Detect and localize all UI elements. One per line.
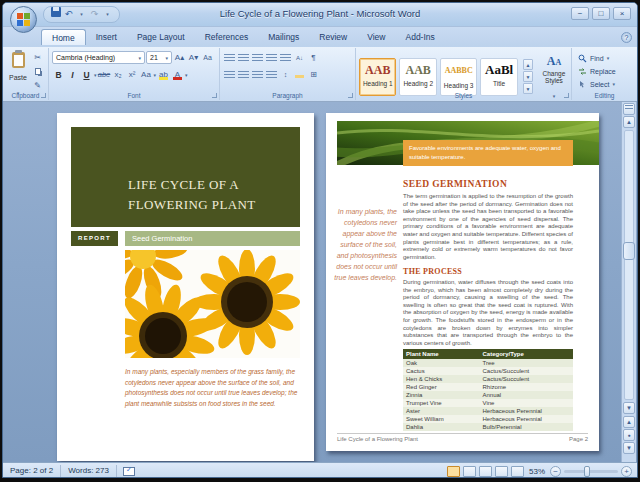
- cut-button[interactable]: ✂: [31, 51, 44, 64]
- save-button[interactable]: [50, 7, 61, 22]
- font-size-combo[interactable]: 21 ▾: [146, 51, 172, 64]
- office-button[interactable]: [10, 6, 37, 33]
- multilevel-list-button[interactable]: [251, 51, 264, 64]
- draft-view-button[interactable]: [511, 466, 524, 477]
- page-indicator[interactable]: Page: 2 of 2: [3, 465, 61, 477]
- strikethrough-button[interactable]: abe: [98, 68, 111, 81]
- web-layout-view-button[interactable]: [479, 466, 492, 477]
- tab-add-ins[interactable]: Add-Ins: [396, 29, 445, 45]
- shading-button[interactable]: [293, 68, 306, 81]
- paste-button[interactable]: Paste ▾: [6, 51, 30, 93]
- page-2[interactable]: Favorable environments are adequate wate…: [326, 113, 599, 451]
- next-page-button[interactable]: ▼: [623, 442, 635, 454]
- styles-scroll-down-button[interactable]: ▼: [523, 71, 533, 82]
- undo-dropdown-arrow[interactable]: ▾: [76, 7, 87, 22]
- zoom-out-button[interactable]: −: [550, 466, 561, 477]
- document-title: LIFE CYCLE OF A FLOWERING PLANT: [128, 175, 290, 215]
- redo-button[interactable]: ↷: [89, 7, 100, 22]
- word-count[interactable]: Words: 273: [61, 465, 117, 477]
- styles-scroll-up-button[interactable]: ▲: [523, 59, 533, 70]
- decrease-indent-button[interactable]: [265, 51, 278, 64]
- style-heading-2-preview: AAB: [400, 62, 435, 78]
- zoom-level[interactable]: 53%: [527, 467, 547, 476]
- line-spacing-button[interactable]: ↕: [279, 68, 292, 81]
- justify-button[interactable]: [265, 68, 278, 81]
- font-color-button[interactable]: A: [171, 68, 184, 81]
- font-name-combo[interactable]: Cambria (Heading) ▾: [52, 51, 145, 64]
- scroll-up-button[interactable]: ▲: [623, 116, 635, 128]
- bold-button[interactable]: B: [52, 68, 65, 81]
- italic-button[interactable]: I: [66, 68, 79, 81]
- sort-button[interactable]: A↓: [293, 51, 306, 64]
- increase-indent-button[interactable]: [279, 51, 292, 64]
- proofing-status-icon[interactable]: [123, 467, 135, 476]
- font-size-dropdown-arrow[interactable]: ▾: [165, 55, 168, 61]
- change-case-button[interactable]: Aa: [140, 68, 153, 81]
- style-heading-1[interactable]: AAB Heading 1: [359, 58, 396, 96]
- select-button[interactable]: Select ▾: [578, 78, 616, 90]
- find-button[interactable]: Find ▾: [578, 52, 616, 64]
- zoom-slider[interactable]: [564, 470, 618, 473]
- numbering-button[interactable]: [237, 51, 250, 64]
- style-heading-2[interactable]: AAB Heading 2: [399, 58, 436, 96]
- zoom-in-button[interactable]: +: [621, 466, 632, 477]
- tab-view[interactable]: View: [357, 29, 395, 45]
- style-title[interactable]: AaBl Title: [480, 58, 517, 96]
- outline-view-button[interactable]: [495, 466, 508, 477]
- subscript-button[interactable]: x₂: [112, 68, 125, 81]
- tab-home[interactable]: Home: [41, 29, 86, 45]
- replace-button[interactable]: Replace: [578, 65, 616, 77]
- ribbon-tab-row: Home Insert Page Layout References Maili…: [3, 27, 637, 47]
- styles-dialog-launcher[interactable]: [564, 93, 569, 98]
- format-painter-button[interactable]: ✎: [31, 79, 44, 92]
- change-case-dropdown-arrow[interactable]: ▾: [154, 72, 157, 78]
- close-button[interactable]: ×: [613, 7, 631, 20]
- align-left-button[interactable]: [223, 68, 236, 81]
- scrollbar-thumb[interactable]: [623, 242, 635, 260]
- change-styles-icon: AA: [547, 54, 561, 68]
- borders-button[interactable]: ⊞: [307, 68, 320, 81]
- grow-font-button[interactable]: A▴: [173, 51, 186, 64]
- undo-button[interactable]: ↶: [63, 7, 74, 22]
- tab-page-layout[interactable]: Page Layout: [127, 29, 195, 45]
- align-center-button[interactable]: [237, 68, 250, 81]
- ruler-toggle-button[interactable]: [623, 103, 635, 115]
- copy-button[interactable]: [31, 65, 44, 78]
- tab-references[interactable]: References: [195, 29, 258, 45]
- help-icon[interactable]: ?: [621, 32, 632, 43]
- underline-dropdown-arrow[interactable]: ▾: [94, 72, 97, 78]
- align-right-button[interactable]: [251, 68, 264, 81]
- paragraph-dialog-launcher[interactable]: [348, 93, 353, 98]
- font-dialog-launcher[interactable]: [212, 93, 217, 98]
- underline-button[interactable]: U: [80, 68, 93, 81]
- qat-customize-button[interactable]: ▾: [102, 7, 113, 22]
- highlight-button[interactable]: ab: [157, 68, 170, 81]
- browse-object-button[interactable]: ●: [623, 429, 635, 441]
- clipboard-dialog-launcher[interactable]: [41, 93, 46, 98]
- full-screen-reading-view-button[interactable]: [463, 466, 476, 477]
- zoom-slider-thumb[interactable]: [584, 466, 590, 477]
- tab-insert[interactable]: Insert: [86, 29, 127, 45]
- print-layout-view-button[interactable]: [447, 466, 460, 477]
- minimize-button[interactable]: −: [571, 7, 589, 20]
- tab-review[interactable]: Review: [309, 29, 357, 45]
- page-1[interactable]: LIFE CYCLE OF A FLOWERING PLANT REPORT S…: [57, 113, 314, 461]
- superscript-button[interactable]: x²: [126, 68, 139, 81]
- show-formatting-button[interactable]: ¶: [307, 51, 320, 64]
- bullets-button[interactable]: [223, 51, 236, 64]
- find-icon: [578, 54, 587, 63]
- scroll-down-button[interactable]: ▼: [623, 402, 635, 414]
- clear-formatting-button[interactable]: Aa: [201, 51, 214, 64]
- font-name-dropdown-arrow[interactable]: ▾: [138, 55, 141, 61]
- heading-the-process: THE PROCESS: [403, 267, 462, 276]
- restore-button[interactable]: □: [592, 7, 610, 20]
- scrollbar-track[interactable]: [624, 130, 634, 400]
- style-heading-3[interactable]: AABBC Heading 3: [440, 58, 477, 96]
- previous-page-button[interactable]: ▲: [623, 416, 635, 428]
- tab-mailings[interactable]: Mailings: [258, 29, 309, 45]
- plant-category: Cactus/Succulent: [480, 375, 574, 383]
- shrink-font-button[interactable]: A▾: [187, 51, 200, 64]
- editing-group-label: Editing: [572, 92, 637, 99]
- vertical-scrollbar[interactable]: ▲ ▼ ▲ ● ▼: [621, 102, 636, 462]
- font-color-dropdown-arrow[interactable]: ▾: [185, 72, 188, 78]
